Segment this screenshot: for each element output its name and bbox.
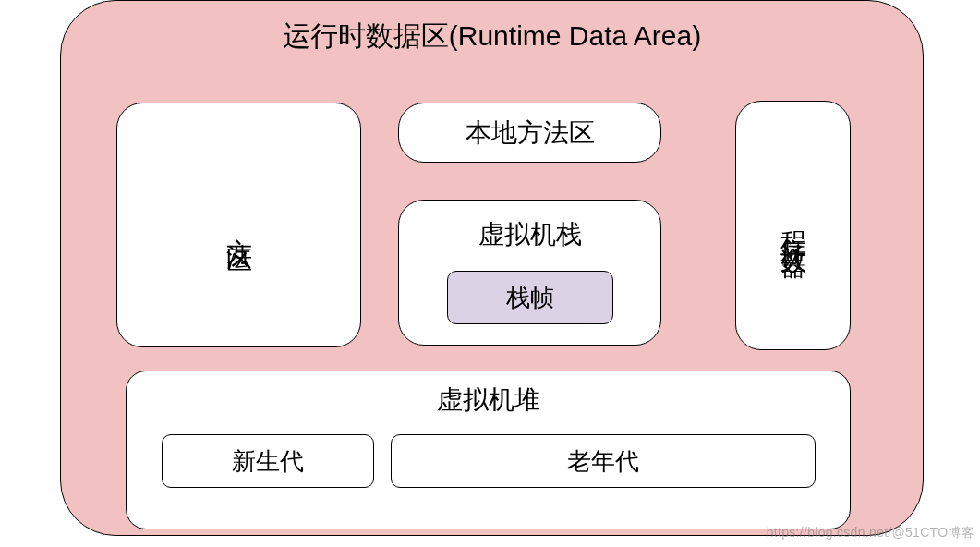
heap-label: 虚拟机堆: [437, 383, 540, 418]
method-area-label: 方法区: [226, 217, 252, 234]
young-gen-label: 新生代: [232, 445, 304, 478]
heap-box: 虚拟机堆 新生代 老年代: [126, 371, 851, 529]
method-area-box: 方法区: [116, 103, 361, 347]
old-gen-label: 老年代: [567, 445, 639, 478]
runtime-data-area-container: 运行时数据区(Runtime Data Area) 方法区 本地方法区 虚拟机栈…: [60, 0, 924, 536]
pc-register-box: 程序计数器: [735, 101, 851, 350]
old-gen-box: 老年代: [391, 434, 816, 488]
watermark-text: https://blog.csdn.net/@51CTO博客: [767, 525, 974, 541]
pc-register-label: 程序计数器: [780, 212, 806, 239]
young-gen-box: 新生代: [162, 434, 374, 488]
vm-stack-box: 虚拟机栈 栈帧: [398, 200, 661, 346]
vm-stack-label: 虚拟机栈: [478, 217, 582, 252]
stack-frame-label: 栈帧: [506, 282, 554, 314]
native-method-label: 本地方法区: [466, 115, 595, 151]
native-method-area-box: 本地方法区: [398, 103, 661, 163]
heap-inner-row: 新生代 老年代: [162, 434, 816, 488]
diagram-title: 运行时数据区(Runtime Data Area): [61, 18, 923, 55]
stack-frame-box: 栈帧: [447, 271, 613, 324]
